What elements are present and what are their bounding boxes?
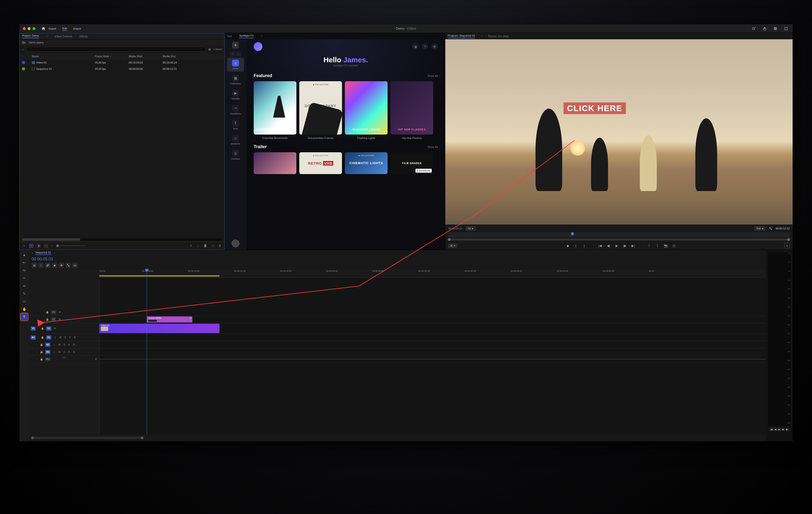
fullscreen-icon[interactable] bbox=[783, 26, 789, 32]
trailer-card[interactable]: ◆ COLLECTIONRETRO VHS bbox=[299, 152, 342, 174]
eye-icon[interactable]: 👁 bbox=[58, 310, 62, 314]
mute-button[interactable]: M bbox=[58, 343, 61, 346]
tab-menu-icon[interactable]: ≡ bbox=[46, 35, 48, 37]
program-timecode-left[interactable]: 00:00:05:01 bbox=[448, 227, 462, 230]
tab-spotlight-fx[interactable]: Spotlight FX bbox=[239, 34, 254, 38]
label-chip[interactable] bbox=[22, 67, 25, 70]
sidebar-item-overlays[interactable]: ◎Overlays bbox=[227, 148, 244, 162]
eye-icon[interactable]: 👁 bbox=[58, 318, 62, 322]
go-start-icon[interactable]: |◀ bbox=[770, 428, 773, 431]
project-row[interactable]: Sequence 01 25,00 fps 00:00:00:00 00:00:… bbox=[20, 66, 224, 72]
track-target-v3[interactable]: V3 bbox=[51, 310, 56, 314]
step-back-icon[interactable]: ◀| bbox=[606, 244, 611, 247]
go-end-icon[interactable]: ▶| bbox=[785, 428, 789, 431]
minimize-icon[interactable] bbox=[28, 27, 31, 30]
marker-icon[interactable]: ◆ bbox=[52, 263, 57, 268]
type-tool-icon[interactable]: T bbox=[21, 313, 28, 320]
customize-button[interactable]: Customize bbox=[415, 169, 432, 173]
menu-edit[interactable]: Edit bbox=[62, 26, 67, 31]
zoom-select[interactable]: Fit ▾ bbox=[466, 226, 475, 231]
tab-menu-icon[interactable]: ≡ bbox=[261, 35, 262, 37]
track-v3[interactable] bbox=[99, 309, 766, 316]
text-clip[interactable]: CLICK HERE fx bbox=[147, 316, 192, 323]
freeform-view-icon[interactable]: ◫ bbox=[44, 244, 48, 248]
share-icon[interactable] bbox=[761, 26, 768, 32]
label-chip[interactable] bbox=[22, 61, 25, 64]
slip-tool-icon[interactable]: ⇔ bbox=[21, 282, 28, 289]
extract-icon[interactable]: ⤵ bbox=[655, 244, 660, 247]
tab-text[interactable]: Text bbox=[227, 35, 232, 37]
b-button[interactable]: B bbox=[73, 336, 77, 339]
insert-mode-select[interactable]: ⊞ ▾ bbox=[448, 244, 457, 248]
bin-icon[interactable]: ▦ bbox=[208, 48, 211, 51]
pen-tool-icon[interactable]: ✎ bbox=[21, 290, 28, 297]
avatar[interactable] bbox=[232, 240, 239, 247]
source-patch-a1[interactable]: A1 bbox=[31, 335, 36, 340]
settings-icon[interactable]: ⚙ bbox=[432, 43, 438, 50]
show-all-link[interactable]: Show All bbox=[428, 74, 438, 77]
sidebar-item-transitions[interactable]: ⤳Transitions bbox=[227, 103, 244, 117]
lock-icon[interactable]: 🔒 bbox=[39, 342, 44, 347]
program-scrub-bar[interactable] bbox=[448, 239, 790, 241]
lock-icon[interactable]: 🔒 bbox=[40, 335, 45, 340]
nest-icon[interactable]: ⊟ bbox=[32, 263, 37, 268]
track-mix[interactable] bbox=[99, 356, 766, 363]
step-forward-icon[interactable]: |▶ bbox=[622, 244, 628, 247]
user-avatar[interactable] bbox=[254, 42, 262, 51]
track-a3[interactable] bbox=[99, 349, 766, 356]
close-icon[interactable] bbox=[23, 27, 26, 30]
track-target-a3[interactable]: A3 bbox=[45, 350, 51, 354]
track-v2[interactable]: CLICK HERE fx bbox=[99, 316, 766, 323]
timeline-ruler[interactable]: :00:00 00:00:05:00 00:00:10:00 00:00:15:… bbox=[99, 269, 766, 278]
discord-icon[interactable]: ◑ bbox=[412, 43, 418, 50]
col-name[interactable]: Name bbox=[32, 55, 95, 58]
zoom-scrollbar[interactable] bbox=[32, 437, 143, 439]
wrench-icon[interactable]: 🔧 bbox=[65, 263, 71, 268]
trailer-card[interactable] bbox=[254, 152, 296, 174]
trailer-card[interactable]: FILM GRADESCustomize bbox=[390, 152, 433, 174]
track-target-a1[interactable]: A1 bbox=[46, 335, 51, 340]
col-media-start[interactable]: Media Start bbox=[129, 55, 163, 58]
menu-import[interactable]: Import bbox=[49, 27, 56, 31]
video-clip[interactable]: Video 01 bbox=[99, 324, 220, 333]
solo-button[interactable]: S bbox=[63, 351, 66, 353]
nav-forward-icon[interactable]: › bbox=[236, 51, 241, 57]
lock-icon[interactable]: 🔒 bbox=[45, 310, 50, 314]
lock-icon[interactable]: 🔒 bbox=[39, 357, 44, 362]
hand-tool-icon[interactable]: ✋ bbox=[21, 306, 28, 312]
nav-back-icon[interactable]: ‹ bbox=[230, 51, 235, 57]
settings-icon[interactable]: ⚙ bbox=[59, 263, 64, 268]
track-a2[interactable] bbox=[99, 341, 766, 349]
new-item-icon[interactable]: ▢ bbox=[211, 244, 215, 248]
project-search-input[interactable] bbox=[26, 47, 206, 52]
mark-in-icon[interactable]: { bbox=[574, 244, 578, 247]
go-to-in-icon[interactable]: |◀ bbox=[598, 244, 603, 247]
solo-button[interactable]: S bbox=[63, 343, 66, 346]
lift-icon[interactable]: ⤴ bbox=[647, 244, 652, 247]
audio-toggle-icon[interactable]: ♫ bbox=[53, 335, 57, 340]
help-icon[interactable]: ? bbox=[422, 43, 428, 50]
new-bin-icon[interactable]: ▉ bbox=[203, 244, 207, 248]
tab-program[interactable]: Program: Sequence 01 bbox=[448, 34, 475, 38]
timeline-timecode[interactable]: 00:00:05:01 bbox=[32, 257, 53, 262]
sidebar-item-home[interactable]: ⌂Home bbox=[227, 58, 244, 72]
program-viewport[interactable]: CLICK HERE bbox=[445, 39, 792, 224]
track-target-v1[interactable]: V1 bbox=[46, 326, 51, 331]
lock-icon[interactable]: 🔒 bbox=[40, 326, 45, 331]
featured-card[interactable]: HIP HOP FLASHESHip Hop Flashes bbox=[390, 81, 433, 140]
tab-effect-controls[interactable]: Effect Controls bbox=[55, 35, 72, 38]
menu-export[interactable]: Export bbox=[73, 27, 81, 31]
eye-icon[interactable]: 👁 bbox=[53, 326, 57, 331]
sort-icon[interactable]: ⇅ bbox=[189, 244, 193, 248]
razor-tool-icon[interactable]: ✂ bbox=[21, 275, 28, 281]
find-icon[interactable]: ⌕ bbox=[196, 244, 200, 248]
pen-icon[interactable]: ✎ bbox=[22, 244, 26, 248]
audio-toggle-icon[interactable]: ♫ bbox=[52, 342, 56, 347]
track-target-a2[interactable]: A2 bbox=[45, 342, 51, 347]
project-hscroll[interactable] bbox=[22, 238, 222, 241]
tab-effects[interactable]: Effects bbox=[80, 35, 88, 38]
voiceover-icon[interactable]: 🎙 bbox=[67, 351, 71, 353]
zoom-out-icon[interactable]: ○ bbox=[51, 244, 53, 247]
voiceover-icon[interactable]: 🎙 bbox=[68, 336, 72, 339]
trash-icon[interactable]: 🗑 bbox=[218, 244, 222, 248]
